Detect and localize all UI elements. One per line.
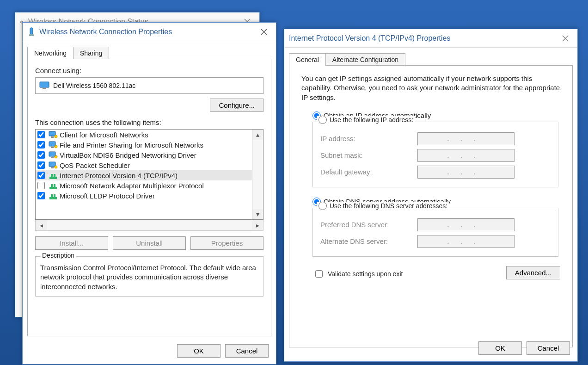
item-label: Microsoft LLDP Protocol Driver bbox=[60, 192, 155, 200]
item-checkbox[interactable] bbox=[37, 161, 45, 169]
properties-button[interactable]: Properties bbox=[190, 236, 263, 250]
close-icon bbox=[562, 35, 569, 42]
protocol-icon bbox=[49, 181, 58, 190]
adapter-icon bbox=[27, 27, 36, 37]
svg-rect-2 bbox=[40, 82, 49, 87]
connection-properties-window: Wireless Network Connection Properties N… bbox=[22, 22, 276, 365]
alternate-dns-label: Alternate DNS server: bbox=[320, 237, 417, 245]
item-checkbox[interactable] bbox=[37, 141, 45, 148]
svg-rect-5 bbox=[51, 136, 54, 138]
titlebar: Wireless Network Connection Properties bbox=[23, 23, 276, 41]
use-dns-label: Use the following DNS server addresses: bbox=[330, 202, 447, 210]
svg-rect-20 bbox=[51, 184, 53, 187]
close-button[interactable] bbox=[257, 25, 271, 39]
list-item[interactable]: Internet Protocol Version 4 (TCP/IPv4) bbox=[36, 170, 252, 180]
svg-rect-18 bbox=[54, 174, 55, 177]
svg-rect-14 bbox=[51, 167, 54, 168]
svg-point-9 bbox=[55, 145, 57, 148]
info-text: You can get IP settings assigned automat… bbox=[301, 74, 560, 102]
subnet-input: ... bbox=[417, 149, 514, 162]
static-dns-group: Use the following DNS server addresses: … bbox=[312, 208, 558, 257]
preferred-dns-label: Preferred DNS server: bbox=[320, 221, 417, 229]
close-icon bbox=[261, 29, 267, 35]
item-label: Internet Protocol Version 4 (TCP/IPv4) bbox=[60, 172, 178, 179]
ip-address-input: ... bbox=[417, 132, 514, 145]
list-item[interactable]: QoS Packet Scheduler bbox=[36, 160, 252, 170]
uninstall-button[interactable]: Uninstall bbox=[113, 236, 186, 250]
svg-rect-3 bbox=[43, 88, 46, 89]
use-ip-label: Use the following IP address: bbox=[330, 116, 413, 124]
use-ip-radio[interactable] bbox=[318, 116, 327, 124]
svg-rect-19 bbox=[49, 187, 57, 189]
list-item[interactable]: Microsoft LLDP Protocol Driver bbox=[36, 191, 252, 201]
tab-general[interactable]: General bbox=[289, 53, 326, 66]
advanced-button[interactable]: Advanced... bbox=[506, 266, 560, 279]
ok-button[interactable]: OK bbox=[177, 344, 220, 358]
protocol-icon bbox=[49, 171, 58, 179]
svg-rect-1 bbox=[29, 34, 34, 36]
adapter-field[interactable]: Dell Wireless 1560 802.11ac bbox=[35, 77, 263, 94]
item-label: File and Printer Sharing for Microsoft N… bbox=[60, 141, 203, 149]
vertical-scrollbar[interactable]: ▴ ▾ bbox=[252, 130, 263, 219]
svg-rect-16 bbox=[49, 177, 57, 179]
gateway-input: ... bbox=[417, 166, 514, 179]
items-listbox[interactable]: Client for Microsoft NetworksFile and Pr… bbox=[35, 129, 263, 220]
service-icon bbox=[49, 141, 58, 149]
item-label: VirtualBox NDIS6 Bridged Networking Driv… bbox=[60, 151, 196, 159]
item-checkbox[interactable] bbox=[37, 182, 45, 189]
item-checkbox[interactable] bbox=[37, 172, 45, 179]
description-label: Description bbox=[40, 252, 76, 259]
svg-rect-24 bbox=[54, 194, 55, 197]
list-item[interactable]: Microsoft Network Adapter Multiplexor Pr… bbox=[36, 180, 252, 191]
tabs: General Alternate Configuration bbox=[289, 53, 577, 66]
protocol-icon bbox=[49, 192, 58, 200]
scroll-up-icon[interactable]: ▴ bbox=[252, 130, 263, 140]
tab-alternate[interactable]: Alternate Configuration bbox=[325, 53, 405, 66]
cancel-button[interactable]: Cancel bbox=[225, 344, 269, 358]
tab-sharing[interactable]: Sharing bbox=[73, 47, 109, 59]
tab-panel: Connect using: Dell Wireless 1560 802.11… bbox=[27, 59, 271, 336]
close-button[interactable] bbox=[558, 31, 573, 46]
svg-rect-17 bbox=[51, 174, 53, 177]
list-item[interactable]: Client for Microsoft Networks bbox=[36, 130, 252, 140]
svg-point-15 bbox=[55, 166, 57, 168]
svg-point-6 bbox=[55, 135, 57, 138]
static-ip-group: Use the following IP address: IP address… bbox=[312, 122, 558, 187]
validate-checkbox[interactable] bbox=[315, 270, 323, 278]
configure-button[interactable]: Configure... bbox=[210, 99, 263, 112]
scroll-right-icon[interactable]: ▸ bbox=[252, 220, 263, 230]
list-item[interactable]: VirtualBox NDIS6 Bridged Networking Driv… bbox=[36, 150, 252, 160]
service-icon bbox=[49, 130, 58, 139]
use-ip-radio-row[interactable]: Use the following IP address: bbox=[317, 116, 415, 124]
svg-rect-0 bbox=[30, 28, 33, 34]
install-button[interactable]: Install... bbox=[35, 236, 108, 250]
tab-panel: You can get IP settings assigned automat… bbox=[289, 65, 573, 347]
description-group: Description Transmission Control Protoco… bbox=[35, 256, 263, 297]
items-label: This connection uses the following items… bbox=[35, 118, 263, 126]
use-dns-radio-row[interactable]: Use the following DNS server addresses: bbox=[317, 202, 449, 210]
tabs: Networking Sharing bbox=[27, 47, 276, 59]
connect-using-label: Connect using: bbox=[35, 67, 263, 74]
scroll-track[interactable] bbox=[47, 220, 252, 230]
use-dns-radio[interactable] bbox=[318, 202, 327, 210]
svg-rect-10 bbox=[49, 152, 55, 156]
scroll-left-icon[interactable]: ◂ bbox=[36, 220, 47, 230]
ok-button[interactable]: OK bbox=[478, 341, 522, 355]
svg-rect-8 bbox=[51, 147, 54, 148]
cancel-button[interactable]: Cancel bbox=[527, 341, 570, 355]
svg-rect-13 bbox=[49, 162, 55, 167]
scroll-down-icon[interactable]: ▾ bbox=[252, 209, 263, 219]
item-checkbox[interactable] bbox=[37, 192, 45, 199]
tab-networking[interactable]: Networking bbox=[27, 47, 74, 59]
ipv4-properties-window: Internet Protocol Version 4 (TCP/IPv4) P… bbox=[284, 29, 578, 362]
item-checkbox[interactable] bbox=[37, 131, 45, 138]
list-item[interactable]: File and Printer Sharing for Microsoft N… bbox=[36, 140, 252, 150]
horizontal-scrollbar[interactable]: ◂ ▸ bbox=[35, 220, 263, 231]
item-label: Client for Microsoft Networks bbox=[60, 131, 148, 139]
adapter-name: Dell Wireless 1560 802.11ac bbox=[53, 82, 135, 89]
svg-rect-21 bbox=[54, 184, 55, 187]
service-icon bbox=[49, 151, 58, 159]
item-checkbox[interactable] bbox=[37, 151, 45, 159]
item-label: QoS Packet Scheduler bbox=[60, 161, 130, 169]
scroll-track[interactable] bbox=[252, 140, 263, 209]
